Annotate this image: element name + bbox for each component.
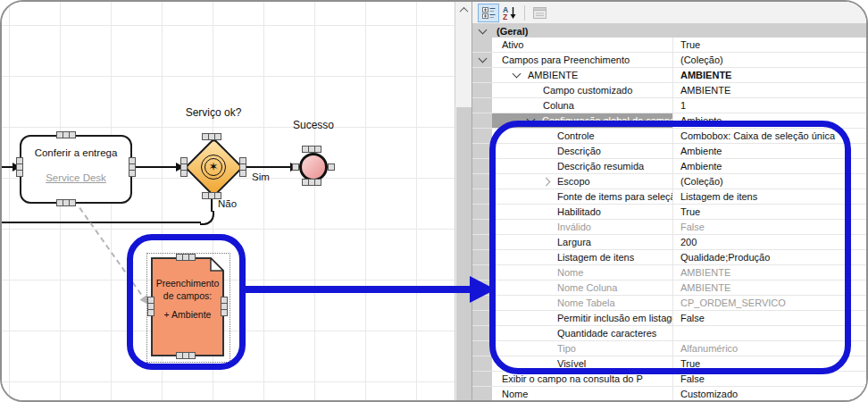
task-top-handles[interactable]	[56, 131, 76, 138]
chevron-down-icon[interactable]	[478, 25, 487, 34]
row-margin	[472, 311, 492, 325]
chevron-right-icon[interactable]	[542, 177, 551, 186]
property-label: Controle	[492, 129, 673, 143]
row-margin	[472, 356, 492, 371]
property-value[interactable]: False	[673, 311, 866, 325]
category-row[interactable]: (Geral)	[472, 24, 866, 38]
note-left-handles[interactable]	[147, 297, 154, 316]
property-value[interactable]: Qualidade;Produção	[673, 250, 866, 264]
property-row[interactable]: Exibir o campo na consulta do PFalse	[472, 372, 866, 387]
row-margin	[472, 68, 492, 82]
property-value[interactable]: 1	[673, 98, 866, 113]
flow-sim-line[interactable]	[244, 166, 291, 168]
note-top-handles[interactable]	[176, 254, 196, 261]
property-row[interactable]: Descrição resumidaAmbiente	[472, 159, 866, 174]
property-row[interactable]: Quantidade caracteres	[472, 326, 866, 341]
note-right-handles[interactable]	[221, 297, 228, 316]
property-row[interactable]: NomeCustomizado	[472, 387, 866, 400]
task-conferir-a-entrega[interactable]: Conferir a entrega Service Desk	[20, 135, 132, 204]
property-row[interactable]: Campo customizadoAMBIENTE	[472, 83, 866, 98]
scroll-up-button[interactable]	[455, 2, 472, 18]
end-event-sucesso[interactable]	[299, 153, 328, 181]
property-row[interactable]: AtivoTrue	[472, 38, 866, 53]
property-value[interactable]: Combobox: Caixa de seleção única	[673, 129, 866, 143]
property-value[interactable]: Ambiente	[673, 144, 866, 158]
property-row[interactable]: Nome TabelaCP_ORDEM_SERVICO	[472, 296, 866, 311]
property-value[interactable]: Ambiente	[673, 113, 866, 128]
note-bottom-handles[interactable]	[176, 352, 196, 359]
property-value[interactable]: AMBIENTE	[673, 83, 866, 97]
gateway-label: Serviço ok?	[163, 106, 264, 119]
gateway-bottom-handles[interactable]	[202, 192, 221, 199]
property-value[interactable]: False	[673, 220, 866, 234]
row-margin	[472, 174, 492, 188]
scrollbar-thumb[interactable]	[456, 107, 472, 400]
property-row[interactable]: Largura200	[472, 235, 866, 250]
event-right-handle[interactable]	[328, 163, 335, 171]
property-label: Habilitado	[492, 205, 673, 219]
property-row[interactable]: Configuração global do campoAmbiente	[472, 113, 866, 129]
property-value[interactable]: Customizado	[673, 387, 866, 400]
property-row[interactable]: Nome ColunaAMBIENTE	[472, 281, 866, 296]
flow-nao-vertical-line[interactable]	[211, 198, 213, 212]
flow-nao-corner-line[interactable]	[200, 211, 214, 225]
property-label: Permitir inclusão em listagem	[492, 311, 673, 325]
property-label: Ativo	[492, 38, 673, 52]
property-row[interactable]: HabilitadoTrue	[472, 205, 866, 220]
categorized-button[interactable]	[478, 4, 499, 22]
property-value[interactable]	[673, 326, 866, 340]
property-row[interactable]: TipoAlfanumérico	[472, 341, 866, 356]
event-bottom-handles[interactable]	[302, 179, 321, 186]
property-row[interactable]: Fonte de items para seleçãoListagem de i…	[472, 189, 866, 205]
gateway-right-handles[interactable]	[239, 157, 246, 177]
flow-task-to-gateway-line[interactable]	[134, 166, 177, 168]
property-row[interactable]: NomeAMBIENTE	[472, 265, 866, 281]
property-value[interactable]: True	[673, 356, 866, 371]
property-value[interactable]: 200	[673, 235, 866, 249]
gateway-top-handles[interactable]	[202, 133, 221, 140]
event-left-handle[interactable]	[292, 163, 299, 171]
property-row[interactable]: DescriçãoAmbiente	[472, 144, 866, 159]
gateway-left-handles[interactable]	[180, 157, 188, 177]
task-right-handles[interactable]	[129, 157, 136, 177]
chevron-down-icon[interactable]	[527, 115, 536, 124]
property-value[interactable]: True	[673, 38, 866, 52]
chevron-down-icon[interactable]	[478, 54, 487, 63]
chevron-down-icon[interactable]	[513, 70, 522, 79]
property-value[interactable]: AMBIENTE	[673, 265, 866, 280]
property-value[interactable]: CP_ORDEM_SERVICO	[673, 296, 866, 310]
property-value[interactable]: AMBIENTE	[673, 68, 866, 82]
task-left-handles[interactable]	[16, 157, 23, 177]
event-top-handles[interactable]	[302, 146, 321, 153]
property-row[interactable]: InválidoFalse	[472, 220, 866, 235]
property-row[interactable]: Escopo(Coleção)	[472, 174, 866, 189]
property-row[interactable]: Permitir inclusão em listagemFalse	[472, 311, 866, 326]
property-value[interactable]: Ambiente	[673, 159, 866, 173]
property-row[interactable]: VisívelTrue	[472, 356, 866, 372]
property-value[interactable]: AMBIENTE	[673, 281, 866, 295]
property-value[interactable]: True	[673, 205, 866, 219]
property-value[interactable]: Alfanumérico	[673, 341, 866, 356]
property-row[interactable]: Listagem de itensQualidade;Produção	[472, 250, 866, 265]
property-row[interactable]: Coluna1	[472, 98, 866, 113]
diagram-canvas[interactable]: Conferir a entrega Service Desk Serviço …	[2, 2, 455, 400]
property-value[interactable]: Listagem de itens	[673, 189, 866, 204]
property-value[interactable]: (Coleção)	[673, 174, 866, 188]
property-label: Campo customizado	[492, 83, 673, 97]
row-margin	[472, 205, 492, 219]
property-value[interactable]: False	[673, 372, 866, 386]
property-row[interactable]: AMBIENTEAMBIENTE	[472, 68, 866, 83]
property-value[interactable]: (Coleção)	[673, 53, 866, 67]
property-row[interactable]: ControleCombobox: Caixa de seleção única	[472, 129, 866, 144]
property-label: Nome Tabela	[492, 296, 673, 310]
svg-text:Z: Z	[503, 12, 507, 20]
row-margin	[472, 189, 492, 204]
flow-nao-horizontal-line[interactable]	[2, 222, 201, 223]
vertical-scrollbar[interactable]	[455, 2, 472, 400]
task-title: Conferir a entrega	[21, 147, 130, 158]
property-label: Configuração global do campo	[492, 113, 673, 128]
task-bottom-handles[interactable]	[56, 199, 76, 206]
categorized-icon	[482, 6, 496, 20]
property-row[interactable]: Campos para Preenchimento(Coleção)	[472, 53, 866, 68]
sort-alphabetical-button[interactable]: A Z	[499, 4, 521, 22]
